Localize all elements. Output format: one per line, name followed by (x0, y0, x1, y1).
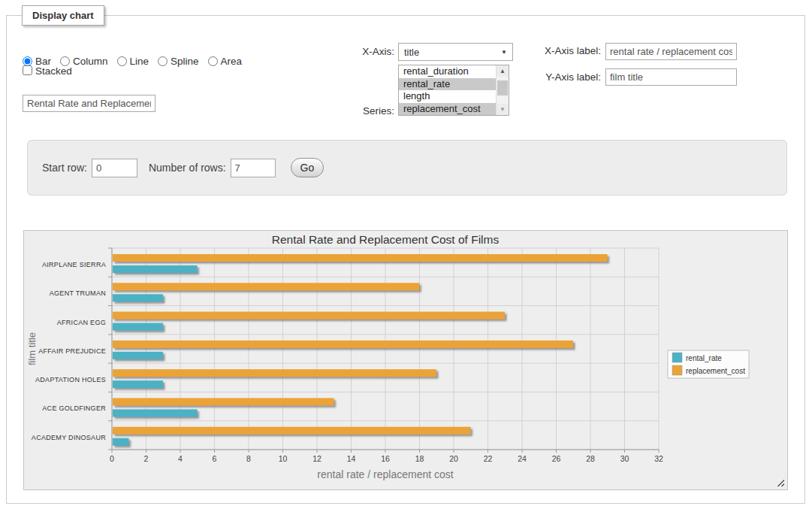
scroll-up-icon[interactable]: ▲ (497, 65, 509, 77)
chart-y-axis-title: film title (26, 332, 38, 365)
chart-type-label: Line (130, 56, 149, 67)
svg-text:AFFAIR PREJUDICE: AFFAIR PREJUDICE (38, 347, 106, 355)
number-of-rows-label: Number of rows: (149, 162, 226, 174)
scrollbar-track[interactable] (497, 77, 509, 104)
svg-text:16: 16 (381, 454, 390, 463)
bar-replacement_cost (113, 369, 436, 377)
chart-type-option-area[interactable]: Area (208, 56, 243, 67)
svg-text:AFRICAN EGG: AFRICAN EGG (57, 319, 106, 326)
svg-text:28: 28 (586, 454, 595, 463)
svg-text:ACADEMY DINOSAUR: ACADEMY DINOSAUR (32, 434, 106, 441)
legend-swatch-replacement_cost (672, 365, 682, 375)
scroll-down-icon[interactable]: ▼ (497, 104, 509, 115)
bar-replacement_cost (113, 398, 334, 405)
svg-text:AGENT TRUMAN: AGENT TRUMAN (50, 289, 106, 297)
start-row-label: Start row: (42, 162, 87, 174)
bar-replacement_cost (113, 312, 505, 320)
svg-text:30: 30 (620, 454, 629, 463)
series-select-label: Series: (342, 105, 394, 117)
bar-replacement_cost (113, 341, 573, 348)
svg-text:2: 2 (144, 454, 149, 463)
chart-type-radio-line[interactable] (117, 56, 127, 66)
fieldset-legend: Display chart (22, 5, 104, 26)
bar-rental_rate (113, 409, 198, 417)
x-axis-select[interactable]: title ▼ (398, 43, 513, 61)
chart-type-option-line[interactable]: Line (117, 56, 149, 67)
rows-panel: Start row: Number of rows: Go (27, 140, 787, 195)
stacked-label: Stacked (35, 65, 72, 77)
display-chart-fieldset: Display chart Bar Column Line Spline Are… (6, 15, 805, 504)
bar-replacement_cost (113, 283, 419, 290)
page: Display chart Bar Column Line Spline Are… (0, 0, 812, 512)
svg-text:22: 22 (484, 454, 493, 463)
chart-x-axis-title: rental rate / replacement cost (317, 468, 453, 480)
svg-text:4: 4 (178, 454, 183, 463)
svg-text:14: 14 (347, 454, 356, 463)
x-axis-selected-value: title (404, 47, 419, 58)
svg-text:10: 10 (279, 454, 288, 463)
chart-type-label: Column (73, 56, 108, 67)
svg-text:12: 12 (312, 454, 321, 463)
chart-type-label: Area (221, 56, 243, 67)
chart-container: 02468101214161820222426283032AIRPLANE SI… (23, 230, 788, 490)
bar-rental_rate (113, 380, 163, 388)
go-button[interactable]: Go (291, 158, 324, 177)
number-of-rows-input[interactable] (231, 159, 276, 177)
svg-text:6: 6 (213, 454, 217, 463)
chart-type-label: Spline (171, 56, 199, 67)
chart-type-radio-area[interactable] (208, 56, 218, 66)
svg-text:24: 24 (518, 454, 527, 463)
chart-title: Rental Rate and Replacement Cost of Film… (272, 233, 500, 246)
bar-rental_rate (113, 352, 163, 359)
series-option-rental-duration[interactable]: rental_duration (399, 65, 496, 78)
chart: 02468101214161820222426283032AIRPLANE SI… (24, 231, 787, 489)
series-option-replacement-cost[interactable]: replacement_cost (399, 103, 496, 116)
svg-text:0: 0 (110, 454, 114, 463)
bar-rental_rate (113, 265, 198, 273)
chart-title-input[interactable] (23, 95, 155, 112)
svg-text:AIRPLANE SIERRA: AIRPLANE SIERRA (42, 261, 106, 268)
svg-text:32: 32 (654, 454, 663, 463)
scrollbar-thumb[interactable] (497, 80, 508, 95)
series-multiselect[interactable]: rental_duration rental_rate length repla… (398, 65, 509, 116)
x-axis-label-label: X-Axis label: (518, 45, 601, 56)
x-axis-label-input[interactable] (605, 43, 737, 60)
start-row-input[interactable] (92, 159, 137, 177)
svg-text:ADAPTATION HOLES: ADAPTATION HOLES (35, 376, 106, 383)
stacked-option[interactable]: Stacked (23, 65, 72, 77)
svg-text:8: 8 (246, 454, 251, 463)
legend-swatch-rental_rate (672, 353, 682, 362)
chart-type-radio-spline[interactable] (158, 56, 168, 66)
bar-rental_rate (113, 294, 163, 301)
y-axis-label-label: Y-Axis label: (518, 71, 601, 83)
series-option-rental-rate[interactable]: rental_rate (399, 78, 496, 91)
stacked-checkbox[interactable] (23, 65, 32, 75)
bar-replacement_cost (113, 427, 471, 435)
x-axis-select-label: X-Axis: (342, 46, 394, 57)
chart-type-option-spline[interactable]: Spline (158, 56, 199, 67)
legend-label: replacement_cost (686, 367, 745, 375)
bar-rental_rate (113, 323, 163, 331)
legend-label: rental_rate (686, 354, 722, 362)
bar-replacement_cost (113, 254, 608, 262)
svg-text:26: 26 (552, 454, 561, 463)
y-axis-label-input[interactable] (605, 68, 737, 86)
svg-text:ACE GOLDFINGER: ACE GOLDFINGER (42, 404, 106, 412)
svg-text:20: 20 (449, 454, 458, 463)
chevron-down-icon: ▼ (501, 49, 507, 56)
series-option-length[interactable]: length (399, 90, 496, 103)
series-scrollbar[interactable]: ▲ ▼ (496, 65, 509, 115)
svg-text:18: 18 (415, 454, 424, 463)
bar-rental_rate (113, 438, 129, 446)
